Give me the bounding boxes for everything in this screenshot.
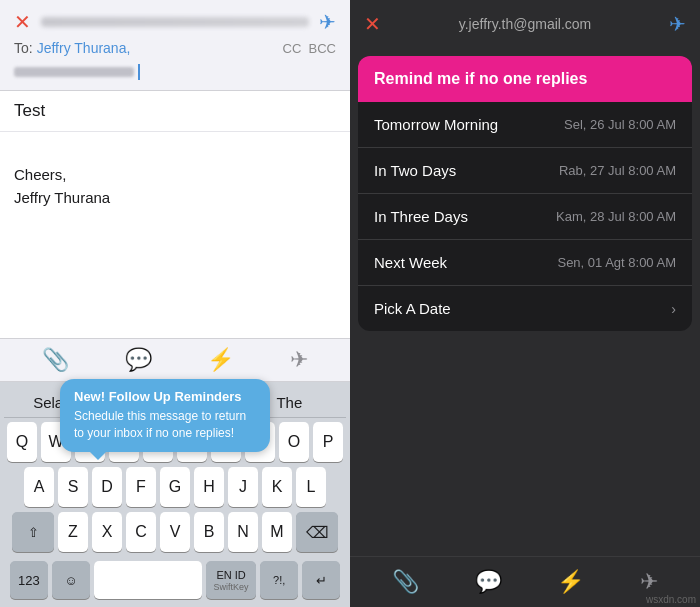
tooltip-title: New! Follow Up Reminders [74, 389, 256, 404]
key-row-3: ⇧ Z X C V B N M ⌫ [4, 512, 346, 552]
key-p[interactable]: P [313, 422, 343, 462]
key-b[interactable]: B [194, 512, 224, 552]
reminder-option-tomorrow[interactable]: Tomorrow Morning Sel, 26 Jul 8:00 AM [358, 102, 692, 148]
reminder-twodays-time: Rab, 27 Jul 8:00 AM [559, 163, 676, 178]
tooltip-bubble: New! Follow Up Reminders Schedule this m… [60, 379, 270, 452]
email-signature: Cheers, Jeffry Thurana [14, 164, 336, 209]
reminder-pickdate-label: Pick A Date [374, 300, 451, 317]
key-l[interactable]: L [296, 467, 326, 507]
close-icon[interactable]: ✕ [14, 10, 31, 34]
send-icon[interactable]: ✈ [319, 10, 336, 34]
right-attachment-icon[interactable]: 📎 [392, 569, 419, 595]
left-panel: ✕ ✈ To: Jeffry Thurana, CC BCC Test Chee… [0, 0, 350, 607]
email-header: ✕ ✈ To: Jeffry Thurana, CC BCC [0, 0, 350, 91]
right-lightning-icon[interactable]: ⚡ [557, 569, 584, 595]
cc-bcc-label[interactable]: CC BCC [283, 41, 336, 56]
language-key[interactable]: EN ID SwiftKey [206, 561, 256, 599]
key-q[interactable]: Q [7, 422, 37, 462]
key-n[interactable]: N [228, 512, 258, 552]
right-send-toolbar-icon[interactable]: ✈ [640, 569, 658, 595]
reminder-threedays-time: Kam, 28 Jul 8:00 AM [556, 209, 676, 224]
punct-key[interactable]: ?!, [260, 561, 298, 599]
key-x[interactable]: X [92, 512, 122, 552]
watermark: wsxdn.com [646, 594, 696, 605]
key-a[interactable]: A [24, 467, 54, 507]
right-panel: ✕ y.jeffry.th@gmail.com ✈ Remind me if n… [350, 0, 700, 607]
emoji-key[interactable]: ☺ [52, 561, 90, 599]
key-k[interactable]: K [262, 467, 292, 507]
email-address-blurred [14, 67, 134, 77]
reminder-card: Remind me if no one replies Tomorrow Mor… [358, 56, 692, 331]
key-s[interactable]: S [58, 467, 88, 507]
chevron-right-icon: › [671, 301, 676, 317]
tooltip-text: Schedule this message to return to your … [74, 408, 256, 442]
key-j[interactable]: J [228, 467, 258, 507]
attachment-icon[interactable]: 📎 [42, 347, 69, 373]
reminder-tomorrow-time: Sel, 26 Jul 8:00 AM [564, 117, 676, 132]
key-d[interactable]: D [92, 467, 122, 507]
delete-key[interactable]: ⌫ [296, 512, 338, 552]
right-send-icon[interactable]: ✈ [669, 12, 686, 36]
reminder-option-twodays[interactable]: In Two Days Rab, 27 Jul 8:00 AM [358, 148, 692, 194]
right-email-address: y.jeffry.th@gmail.com [381, 16, 669, 32]
message-icon[interactable]: 💬 [125, 347, 152, 373]
key-g[interactable]: G [160, 467, 190, 507]
shift-key[interactable]: ⇧ [12, 512, 54, 552]
reminder-option-pickdate[interactable]: Pick A Date › [358, 286, 692, 331]
swiftkey-logo: SwiftKey [214, 582, 249, 592]
reminder-option-threedays[interactable]: In Three Days Kam, 28 Jul 8:00 AM [358, 194, 692, 240]
key-h[interactable]: H [194, 467, 224, 507]
email-cursor [138, 64, 140, 80]
reminder-header-text: Remind me if no one replies [374, 70, 587, 87]
lightning-icon[interactable]: ⚡ [207, 347, 234, 373]
reminder-header: Remind me if no one replies [358, 56, 692, 102]
key-m[interactable]: M [262, 512, 292, 552]
paper-plane-icon[interactable]: ✈ [290, 347, 308, 373]
email-toolbar: 📎 💬 ⚡ ✈ [0, 338, 350, 382]
right-message-icon[interactable]: 💬 [475, 569, 502, 595]
reminder-tomorrow-label: Tomorrow Morning [374, 116, 498, 133]
to-label: To: [14, 40, 33, 56]
reminder-pickdate-chevron: › [671, 301, 676, 317]
reminder-twodays-label: In Two Days [374, 162, 456, 179]
num-key[interactable]: 123 [10, 561, 48, 599]
email-body[interactable]: Cheers, Jeffry Thurana [0, 132, 350, 338]
space-key[interactable] [94, 561, 202, 599]
reminder-threedays-label: In Three Days [374, 208, 468, 225]
keyboard-bottom-bar: 123 ☺ EN ID SwiftKey ?!, ↵ [4, 557, 346, 603]
key-z[interactable]: Z [58, 512, 88, 552]
return-key[interactable]: ↵ [302, 561, 340, 599]
key-f[interactable]: F [126, 467, 156, 507]
key-o[interactable]: O [279, 422, 309, 462]
key-c[interactable]: C [126, 512, 156, 552]
key-v[interactable]: V [160, 512, 190, 552]
to-name: Jeffry Thurana, [37, 40, 131, 56]
reminder-nextweek-time: Sen, 01 Agt 8:00 AM [557, 255, 676, 270]
reminder-option-nextweek[interactable]: Next Week Sen, 01 Agt 8:00 AM [358, 240, 692, 286]
contact-blurred-bar [41, 17, 309, 27]
key-row-2: A S D F G H J K L [4, 467, 346, 507]
email-subject[interactable]: Test [0, 91, 350, 132]
right-close-icon[interactable]: ✕ [364, 12, 381, 36]
right-header: ✕ y.jeffry.th@gmail.com ✈ [350, 0, 700, 48]
reminder-nextweek-label: Next Week [374, 254, 447, 271]
